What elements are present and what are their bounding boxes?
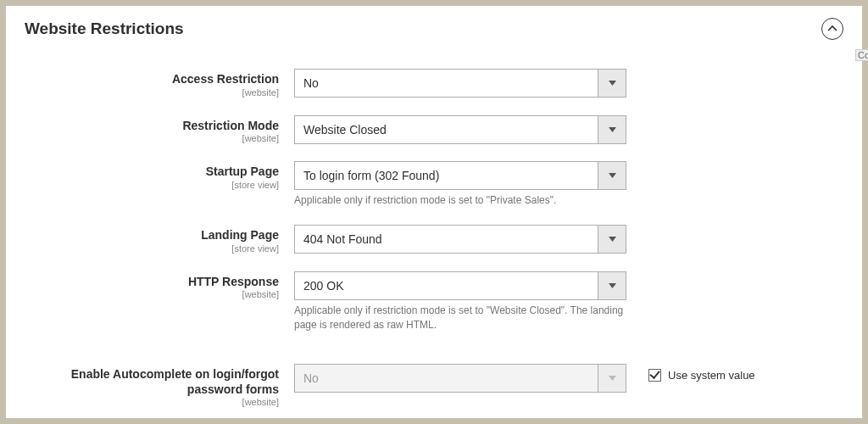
field-label-col: Startup Page [store view] bbox=[14, 161, 294, 191]
http-response-select[interactable]: 200 OK bbox=[294, 271, 626, 300]
svg-marker-2 bbox=[609, 173, 616, 178]
form-area: Access Restriction [website] No Restrict… bbox=[6, 45, 862, 424]
startup-page-select[interactable]: To login form (302 Found) bbox=[294, 161, 626, 190]
svg-marker-3 bbox=[609, 237, 616, 242]
caret-down-icon bbox=[609, 173, 616, 178]
caret-down-icon bbox=[609, 81, 616, 86]
panel-header: Website Restrictions bbox=[6, 6, 862, 45]
field-scope: [website] bbox=[14, 289, 279, 300]
use-system-value-label: Use system value bbox=[668, 369, 755, 382]
access-restriction-select[interactable]: No bbox=[294, 69, 626, 98]
select-value: Website Closed bbox=[294, 115, 598, 144]
field-landing-page: Landing Page [store view] 404 Not Found bbox=[14, 225, 854, 254]
field-label-col: Access Restriction [website] bbox=[14, 69, 294, 98]
select-toggle[interactable] bbox=[598, 115, 626, 144]
field-label: Restriction Mode bbox=[14, 119, 279, 134]
select-value: 404 Not Found bbox=[294, 225, 598, 254]
field-enable-autocomplete: Enable Autocomplete on login/forgot pass… bbox=[14, 364, 854, 408]
use-system-value-checkbox[interactable] bbox=[648, 369, 661, 382]
landing-page-select[interactable]: 404 Not Found bbox=[294, 225, 626, 254]
field-scope: [website] bbox=[14, 397, 279, 408]
use-system-value-wrap: Use system value bbox=[626, 364, 755, 382]
caret-down-icon bbox=[609, 283, 616, 288]
svg-marker-5 bbox=[609, 376, 616, 381]
caret-down-icon bbox=[609, 376, 616, 381]
panel-title: Website Restrictions bbox=[25, 20, 184, 38]
caret-down-icon bbox=[609, 237, 616, 242]
select-toggle[interactable] bbox=[598, 69, 626, 98]
field-scope: [website] bbox=[14, 87, 279, 98]
field-label: Enable Autocomplete on login/forgot pass… bbox=[14, 367, 279, 397]
select-toggle[interactable] bbox=[598, 161, 626, 190]
field-control: No bbox=[294, 69, 626, 98]
cropped-text-fragment: Co bbox=[855, 49, 868, 61]
field-control: To login form (302 Found) Applicable onl… bbox=[294, 161, 626, 208]
collapse-button[interactable] bbox=[821, 18, 843, 40]
field-http-response: HTTP Response [website] 200 OK Applicabl… bbox=[14, 271, 854, 332]
caret-down-icon bbox=[609, 127, 616, 132]
select-value: No bbox=[294, 69, 598, 98]
select-value: 200 OK bbox=[294, 271, 598, 300]
enable-autocomplete-select: No bbox=[294, 364, 626, 393]
field-startup-page: Startup Page [store view] To login form … bbox=[14, 161, 854, 208]
field-label-col: Enable Autocomplete on login/forgot pass… bbox=[14, 364, 294, 408]
field-control: 404 Not Found bbox=[294, 225, 626, 254]
field-scope: [store view] bbox=[14, 243, 279, 254]
svg-marker-0 bbox=[609, 81, 616, 86]
select-toggle bbox=[598, 364, 626, 393]
field-label: Access Restriction bbox=[14, 72, 279, 87]
field-label: Landing Page bbox=[14, 228, 279, 243]
field-hint: Applicable only if restriction mode is s… bbox=[294, 193, 626, 208]
field-control: Website Closed bbox=[294, 115, 626, 144]
svg-marker-4 bbox=[609, 283, 616, 288]
field-access-restriction: Access Restriction [website] No bbox=[14, 69, 854, 98]
select-value: To login form (302 Found) bbox=[294, 161, 598, 190]
field-label-col: HTTP Response [website] bbox=[14, 271, 294, 301]
field-control: 200 OK Applicable only if restriction mo… bbox=[294, 271, 626, 332]
select-toggle[interactable] bbox=[598, 271, 626, 300]
select-value: No bbox=[294, 364, 598, 393]
svg-marker-1 bbox=[609, 127, 616, 132]
website-restrictions-panel: Website Restrictions Access Restriction … bbox=[5, 5, 863, 419]
restriction-mode-select[interactable]: Website Closed bbox=[294, 115, 626, 144]
field-control: No bbox=[294, 364, 626, 393]
field-label: HTTP Response bbox=[14, 275, 279, 290]
field-scope: [website] bbox=[14, 133, 279, 144]
select-toggle[interactable] bbox=[598, 225, 626, 254]
field-restriction-mode: Restriction Mode [website] Website Close… bbox=[14, 115, 854, 145]
field-scope: [store view] bbox=[14, 180, 279, 191]
field-hint: Applicable only if restriction mode is s… bbox=[294, 304, 626, 332]
field-label-col: Restriction Mode [website] bbox=[14, 115, 294, 145]
chevron-up-icon bbox=[827, 24, 837, 34]
field-label-col: Landing Page [store view] bbox=[14, 225, 294, 254]
field-label: Startup Page bbox=[14, 165, 279, 180]
